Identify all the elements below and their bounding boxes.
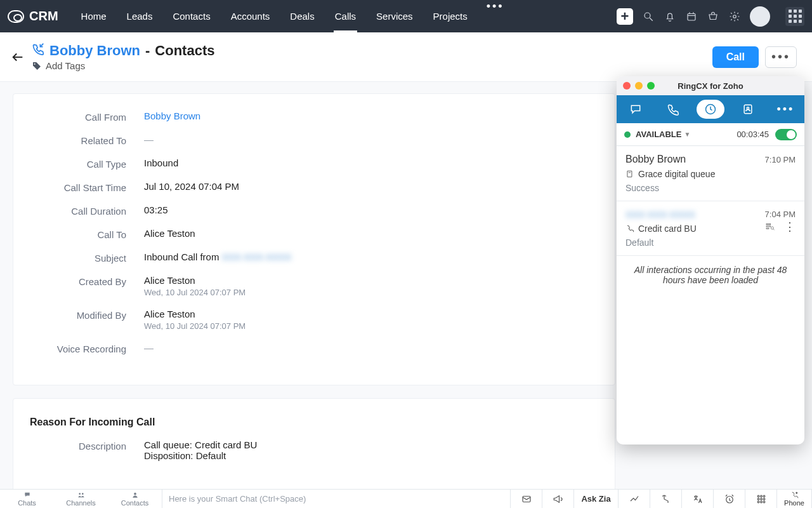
bb-translate-icon[interactable] — [682, 490, 714, 508]
status-chevron-icon[interactable]: ▼ — [684, 131, 690, 138]
ringcx-tab-dial[interactable] — [659, 100, 687, 119]
ringcx-tab-history[interactable] — [697, 100, 724, 119]
svg-point-10 — [81, 493, 83, 495]
nav-item-contacts[interactable]: Contacts — [162, 0, 220, 32]
ringcx-footer-note: All interactions occurring in the past 4… — [617, 256, 804, 294]
label-related-to: Related To — [30, 134, 144, 146]
nav-item-services[interactable]: Services — [366, 0, 423, 32]
settings-icon[interactable] — [728, 10, 741, 23]
nav-right: + — [617, 6, 804, 27]
bb-signals-icon[interactable] — [619, 490, 650, 508]
call-details-card: Call FromBobby Brown Related To— Call Ty… — [13, 93, 615, 385]
bb-announce-icon[interactable] — [542, 490, 574, 508]
search-icon[interactable] — [642, 10, 655, 23]
svg-line-33 — [773, 229, 775, 230]
interaction-disposition: Default — [625, 237, 796, 248]
bb-dialpad-icon[interactable] — [745, 490, 777, 508]
window-max-icon[interactable] — [647, 82, 655, 90]
svg-point-21 — [760, 501, 762, 503]
nav-item-projects[interactable]: Projects — [423, 0, 478, 32]
item-more-icon[interactable]: ⋮ — [784, 220, 796, 234]
label-call-start: Call Start Time — [30, 181, 144, 193]
value-voice: — — [144, 342, 154, 353]
window-close-icon[interactable] — [623, 82, 631, 90]
status-text[interactable]: AVAILABLE — [636, 130, 681, 139]
svg-point-9 — [79, 493, 81, 495]
window-min-icon[interactable] — [635, 82, 643, 90]
apps-launcher-icon[interactable] — [785, 7, 804, 26]
value-modified-ts: Wed, 10 Jul 2024 07:07 PM — [144, 321, 246, 331]
value-subject: Inbound Call fromXXX-XXX-XXXX — [144, 251, 291, 262]
svg-point-22 — [763, 501, 765, 503]
bb-route-icon[interactable] — [650, 490, 682, 508]
smart-chat-input[interactable]: Here is your Smart Chat (Ctrl+Space) — [162, 490, 511, 508]
bb-reminder-icon[interactable] — [714, 490, 745, 508]
svg-point-16 — [763, 495, 765, 497]
nav-item-leads[interactable]: Leads — [117, 0, 163, 32]
nav-item-calls[interactable]: Calls — [325, 0, 366, 32]
call-button[interactable]: Call — [712, 46, 759, 68]
interaction-item[interactable]: XXX-XXX-XXXX7:04 PM Credit card BU ⋮ Def… — [617, 201, 804, 256]
svg-point-17 — [757, 498, 759, 500]
svg-point-18 — [760, 498, 762, 500]
brand-text: CRM — [29, 9, 58, 23]
brand[interactable]: CRM — [8, 9, 58, 23]
quick-add-button[interactable]: + — [617, 8, 633, 25]
label-description: Description — [30, 439, 144, 451]
search-list-icon[interactable] — [765, 222, 775, 232]
label-call-type: Call Type — [30, 157, 144, 170]
record-more-button[interactable]: ••• — [765, 46, 797, 68]
bb-channels[interactable]: Channels — [54, 491, 108, 507]
title-separator: - — [145, 43, 150, 59]
calendar-icon[interactable] — [685, 10, 698, 23]
interaction-time: 7:10 PM — [765, 155, 796, 164]
add-tags-label: Add Tags — [46, 60, 85, 71]
record-title-link[interactable]: Bobby Brown — [49, 43, 140, 59]
value-modified-by: Alice Teston — [144, 309, 246, 319]
nav-overflow-icon[interactable]: ••• — [478, 0, 513, 32]
queue-icon — [625, 170, 634, 178]
bb-compose-icon[interactable] — [511, 490, 542, 508]
bb-chats[interactable]: Chats — [0, 491, 54, 507]
brand-logo-icon — [8, 10, 24, 23]
phone-out-icon — [625, 224, 634, 233]
add-tags-button[interactable]: Add Tags — [32, 60, 214, 71]
svg-point-15 — [760, 495, 762, 497]
value-call-from[interactable]: Bobby Brown — [144, 110, 200, 121]
desc-line-1: Call queue: Credit card BU — [144, 439, 257, 450]
ringcx-tab-contacts[interactable] — [734, 100, 762, 119]
label-subject: Subject — [30, 251, 144, 264]
interaction-item[interactable]: Bobby Brown7:10 PM Grace digital queue S… — [617, 146, 804, 201]
nav-item-accounts[interactable]: Accounts — [221, 0, 280, 32]
ringcx-tab-more[interactable]: ••• — [771, 100, 799, 119]
status-toggle[interactable] — [775, 129, 797, 140]
record-module: Contacts — [155, 43, 214, 59]
interaction-time: 7:04 PM — [765, 210, 796, 219]
bell-icon[interactable] — [664, 10, 676, 23]
page-header: Bobby Brown - Contacts Add Tags Call ••• — [0, 32, 812, 82]
value-related-to: — — [144, 134, 154, 145]
svg-point-14 — [757, 495, 759, 497]
reason-card: Reason For Incoming Call DescriptionCall… — [13, 398, 615, 489]
label-call-duration: Call Duration — [30, 204, 144, 217]
nav-item-deals[interactable]: Deals — [280, 0, 324, 32]
incoming-call-icon — [32, 43, 44, 59]
svg-point-20 — [757, 501, 759, 503]
ask-zia-button[interactable]: Ask Zia — [574, 490, 619, 508]
avatar[interactable] — [750, 6, 770, 27]
nav-items: Home Leads Contacts Accounts Deals Calls… — [71, 0, 513, 32]
label-call-to: Call To — [30, 228, 144, 240]
ringcx-tab-chat[interactable] — [622, 100, 650, 119]
ringcx-status-bar: AVAILABLE ▼ 00:03:45 — [617, 123, 804, 146]
ringcx-tabs: ••• — [617, 95, 804, 123]
bb-phone-button[interactable]: Phone — [777, 490, 812, 508]
svg-rect-27 — [627, 171, 632, 177]
interaction-queue: Credit card BU — [638, 224, 697, 234]
back-button[interactable] — [9, 48, 27, 66]
bb-contacts[interactable]: Contacts — [108, 491, 162, 507]
value-call-type: Inbound — [144, 157, 178, 168]
svg-point-6 — [733, 15, 737, 18]
marketplace-icon[interactable] — [707, 10, 719, 23]
svg-line-1 — [650, 18, 653, 21]
nav-item-home[interactable]: Home — [71, 0, 117, 32]
